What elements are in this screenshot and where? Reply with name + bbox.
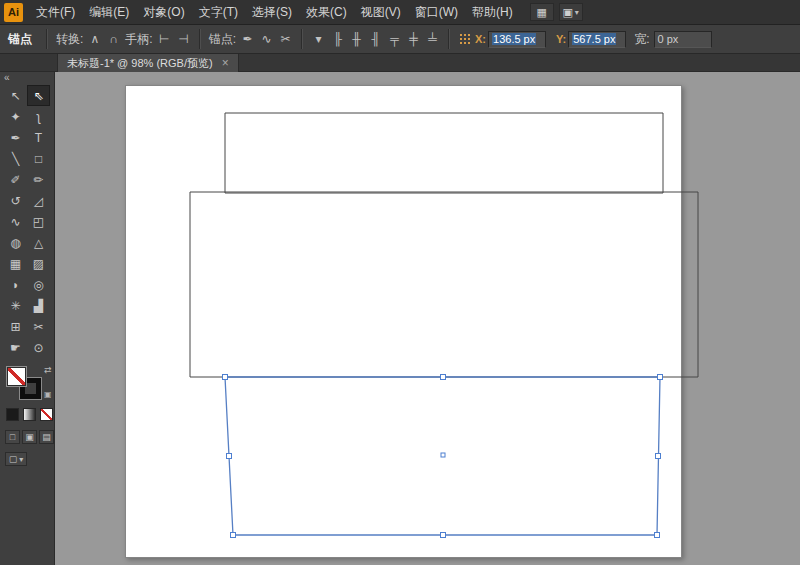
convert-corner-button[interactable]: ∧ <box>85 29 104 49</box>
draw-inside-button[interactable]: ▤ <box>39 430 54 444</box>
chevron-down-icon: ▾ <box>19 455 23 464</box>
outlined-rectangle-middle[interactable] <box>190 192 698 377</box>
blend-tool[interactable]: ◎ <box>27 274 50 295</box>
y-value: 567.5 px <box>572 33 616 45</box>
align-right-button[interactable]: ╢ <box>366 29 385 49</box>
align-dropdown[interactable]: ▾ <box>309 29 328 49</box>
remove-anchor-button[interactable]: ✒ <box>238 29 257 49</box>
pencil-tool[interactable]: ✏ <box>27 169 50 190</box>
control-bar: 锚点 转换: ∧ ∩ 手柄: ⊢ ⊣ 锚点: ✒ ∿ ✂ ▾ ╟ ╫ ╢ ╤ ╪… <box>0 25 800 54</box>
x-label: X: <box>475 33 486 45</box>
hide-handles-button[interactable]: ⊣ <box>174 29 193 49</box>
menubar: Ai 文件(F) 编辑(E) 对象(O) 文字(T) 选择(S) 效果(C) 视… <box>0 0 800 25</box>
default-fill-stroke-icon[interactable]: ▣ <box>44 390 52 399</box>
symbol-sprayer-tool[interactable]: ✳ <box>4 295 27 316</box>
lasso-tool[interactable]: ʅ <box>27 106 50 127</box>
gradient-tool[interactable]: ▨ <box>27 253 50 274</box>
connect-endpoints-button[interactable]: ∿ <box>257 29 276 49</box>
slice-tool[interactable]: ✂ <box>27 316 50 337</box>
width-label: 宽: <box>634 31 649 48</box>
paintbrush-tool[interactable]: ✐ <box>4 169 27 190</box>
perspective-grid-tool[interactable]: △ <box>27 232 50 253</box>
menu-item-view[interactable]: 视图(V) <box>354 0 408 25</box>
eyedropper-tool[interactable]: ◗ <box>4 274 27 295</box>
reference-point-locator[interactable] <box>460 34 471 45</box>
arrange-documents-icon: ▣ <box>562 6 572 19</box>
separator <box>199 29 201 49</box>
align-top-button[interactable]: ╤ <box>385 29 404 49</box>
draw-behind-button[interactable]: ▣ <box>22 430 37 444</box>
menu-item-object[interactable]: 对象(O) <box>136 0 191 25</box>
hand-tool[interactable]: ☛ <box>4 337 27 358</box>
anchor-point[interactable] <box>231 533 236 538</box>
rectangle-tool[interactable]: □ <box>27 148 50 169</box>
x-value: 136.5 px <box>492 33 536 45</box>
color-mode-button[interactable] <box>6 408 19 421</box>
selected-trapezoid-path[interactable] <box>225 377 660 535</box>
align-left-button[interactable]: ╟ <box>328 29 347 49</box>
draw-normal-button[interactable]: □ <box>5 430 20 444</box>
canvas-area[interactable] <box>55 72 800 565</box>
width-tool[interactable]: ∿ <box>4 211 27 232</box>
illustrator-logo-icon: Ai <box>4 3 23 22</box>
align-v-center-button[interactable]: ╪ <box>404 29 423 49</box>
menu-item-help[interactable]: 帮助(H) <box>465 0 520 25</box>
anchor-point[interactable] <box>655 533 660 538</box>
scale-tool[interactable]: ◿ <box>27 190 50 211</box>
artboard-tool[interactable]: ⊞ <box>4 316 27 337</box>
shape-builder-tool[interactable]: ◍ <box>4 232 27 253</box>
swap-fill-stroke-icon[interactable]: ⇄ <box>44 365 52 375</box>
arrange-documents-button[interactable]: ▣ ▾ <box>559 3 583 21</box>
pen-tool[interactable]: ✒ <box>4 127 27 148</box>
width-input[interactable]: 0 px <box>654 31 712 48</box>
width-value: 0 px <box>658 33 679 45</box>
document-tab[interactable]: 未标题-1* @ 98% (RGB/预览) × <box>57 54 239 72</box>
gradient-mode-button[interactable] <box>23 408 36 421</box>
separator <box>46 29 48 49</box>
magic-wand-tool[interactable]: ✦ <box>4 106 27 127</box>
tools-panel: « ↖⇖✦ʅ✒T╲□✐✏↺◿∿◰◍△▦▨◗◎✳▟⊞✂☛⊙ ⇄ ▣ □ ▣ ▤ ▢… <box>0 72 55 565</box>
menu-item-file[interactable]: 文件(F) <box>29 0 82 25</box>
screen-mode-icon: ▢ <box>9 454 18 464</box>
menu-item-type[interactable]: 文字(T) <box>192 0 245 25</box>
y-input[interactable]: 567.5 px <box>568 31 626 48</box>
close-icon[interactable]: × <box>222 56 229 70</box>
menu-item-edit[interactable]: 编辑(E) <box>82 0 136 25</box>
cut-path-button[interactable]: ✂ <box>276 29 295 49</box>
menu-item-window[interactable]: 窗口(W) <box>408 0 465 25</box>
anchor-point[interactable] <box>441 533 446 538</box>
mesh-tool[interactable]: ▦ <box>4 253 27 274</box>
go-to-bridge-button[interactable]: ▦ <box>530 3 554 21</box>
direct-selection-tool[interactable]: ⇖ <box>27 85 50 106</box>
menu-item-effect[interactable]: 效果(C) <box>299 0 354 25</box>
free-transform-tool[interactable]: ◰ <box>27 211 50 232</box>
selection-tool[interactable]: ↖ <box>4 85 27 106</box>
zoom-tool[interactable]: ⊙ <box>27 337 50 358</box>
draw-mode-row: □ ▣ ▤ <box>5 430 54 444</box>
control-panel-title: 锚点 <box>8 31 32 48</box>
rotate-tool[interactable]: ↺ <box>4 190 27 211</box>
show-handles-button[interactable]: ⊢ <box>155 29 174 49</box>
anchor-point[interactable] <box>656 454 661 459</box>
document-tab-title: 未标题-1* @ 98% (RGB/预览) <box>67 56 213 71</box>
column-graph-tool[interactable]: ▟ <box>27 295 50 316</box>
document-tab-bar: 未标题-1* @ 98% (RGB/预览) × <box>0 54 800 72</box>
convert-smooth-button[interactable]: ∩ <box>104 29 123 49</box>
none-mode-button[interactable] <box>40 408 53 421</box>
anchor-point[interactable] <box>658 375 663 380</box>
line-segment-tool[interactable]: ╲ <box>4 148 27 169</box>
type-tool[interactable]: T <box>27 127 50 148</box>
anchor-point[interactable] <box>227 454 232 459</box>
align-bottom-button[interactable]: ╧ <box>423 29 442 49</box>
menu-item-select[interactable]: 选择(S) <box>245 0 299 25</box>
fill-none-swatch[interactable] <box>6 366 27 387</box>
screen-mode-button[interactable]: ▢ ▾ <box>5 452 27 466</box>
collapse-panel-button[interactable]: « <box>0 72 54 85</box>
x-input[interactable]: 136.5 px <box>488 31 546 48</box>
paint-mode-row <box>6 408 53 421</box>
align-h-center-button[interactable]: ╫ <box>347 29 366 49</box>
drawing-layer <box>55 72 800 565</box>
anchor-point[interactable] <box>441 375 446 380</box>
outlined-rectangle-top[interactable] <box>225 113 663 193</box>
anchor-point[interactable] <box>223 375 228 380</box>
